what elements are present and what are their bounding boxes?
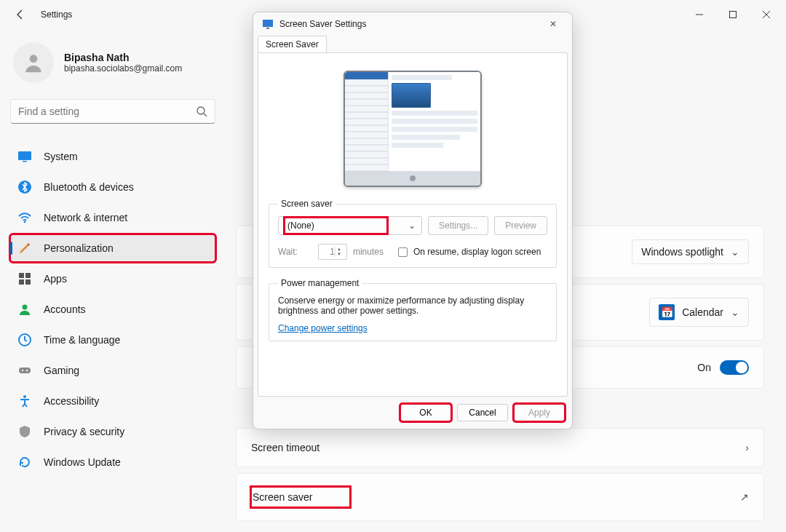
svg-point-15 <box>26 370 28 371</box>
chevron-down-icon: ⌄ <box>731 246 739 258</box>
search-field[interactable] <box>10 99 215 124</box>
screensaver-group: Screen saver (None) ⌄ Settings... Previe… <box>269 199 557 268</box>
cancel-button[interactable]: Cancel <box>457 404 508 421</box>
wait-input[interactable] <box>319 247 335 257</box>
back-button[interactable] <box>10 4 31 25</box>
sidebar-item-label: Privacy & security <box>44 426 124 437</box>
user-email: bipasha.sociolabs@gmail.com <box>64 63 182 74</box>
screensaver-dialog: Screen Saver Settings ✕ Screen Saver Scr… <box>253 12 573 429</box>
sidebar-item-label: Network & internet <box>44 212 127 223</box>
gamepad-icon <box>17 363 32 378</box>
display-icon <box>17 149 32 164</box>
svg-rect-3 <box>18 151 31 160</box>
group-label: Screen saver <box>278 199 336 209</box>
calendar-value: Calendar <box>682 306 723 318</box>
apps-icon <box>17 271 32 286</box>
chevron-down-icon: ⌄ <box>408 221 416 231</box>
wait-spinner[interactable]: ▲▼ <box>318 244 347 260</box>
tab-screensaver[interactable]: Screen Saver <box>258 36 327 52</box>
toggle-state: On <box>697 362 711 373</box>
user-name: Bipasha Nath <box>64 52 182 63</box>
resume-checkbox[interactable] <box>398 247 408 257</box>
preview-button[interactable]: Preview <box>494 216 547 235</box>
calendar-icon: 📅 <box>659 304 675 320</box>
screensaver-value: (None) <box>285 218 387 234</box>
sidebar: Bipasha Nath bipasha.sociolabs@gmail.com… <box>0 29 226 532</box>
group-label: Power management <box>278 278 362 288</box>
dialog-title: Screen Saver Settings <box>279 19 366 29</box>
sidebar-item-label: Windows Update <box>44 456 121 468</box>
screensaver-icon <box>262 18 274 30</box>
search-input[interactable] <box>18 106 196 117</box>
sidebar-item-label: Bluetooth & devices <box>44 181 134 193</box>
sidebar-item-label: Accessibility <box>44 395 99 407</box>
settings-button[interactable]: Settings... <box>428 216 488 235</box>
minimize-button[interactable] <box>683 3 716 26</box>
svg-rect-8 <box>25 273 31 278</box>
resume-label: On resume, display logon screen <box>413 247 541 257</box>
avatar <box>13 42 54 83</box>
chevron-right-icon: › <box>745 442 749 453</box>
power-settings-link[interactable]: Change power settings <box>278 323 368 333</box>
sidebar-item-apps[interactable]: Apps <box>10 265 215 293</box>
search-icon <box>196 106 207 117</box>
dialog-titlebar[interactable]: Screen Saver Settings ✕ <box>253 12 572 36</box>
apply-button[interactable]: Apply <box>514 404 565 421</box>
wait-label: Wait: <box>278 247 298 257</box>
sidebar-item-accessibility[interactable]: Accessibility <box>10 387 215 415</box>
toggle-switch[interactable] <box>720 360 749 375</box>
svg-point-11 <box>23 305 28 310</box>
window-title: Settings <box>41 9 72 20</box>
svg-point-6 <box>24 221 26 223</box>
screen-timeout-row[interactable]: Screen timeout › <box>236 428 764 467</box>
sidebar-item-bluetooth[interactable]: Bluetooth & devices <box>10 173 215 201</box>
screensaver-select[interactable]: (None) ⌄ <box>278 216 422 235</box>
close-button[interactable] <box>750 3 783 26</box>
sidebar-item-system[interactable]: System <box>10 143 215 170</box>
svg-rect-18 <box>266 28 269 29</box>
open-external-icon: ↗ <box>740 491 749 503</box>
svg-point-1 <box>30 55 38 63</box>
power-text: Conserve energy or maximize performance … <box>278 295 547 316</box>
screen-saver-row[interactable]: Screen saver ↗ <box>236 473 764 521</box>
chevron-down-icon: ⌄ <box>731 306 739 318</box>
sidebar-item-accounts[interactable]: Accounts <box>10 295 215 323</box>
sidebar-item-privacy[interactable]: Privacy & security <box>10 418 215 445</box>
wait-unit: minutes <box>353 247 384 257</box>
spin-up-icon[interactable]: ▲ <box>337 247 341 252</box>
paintbrush-icon <box>17 241 32 255</box>
power-group: Power management Conserve energy or maxi… <box>269 278 557 341</box>
clock-icon <box>17 333 32 347</box>
spotlight-dropdown[interactable]: Windows spotlight ⌄ <box>632 239 749 264</box>
sidebar-item-network[interactable]: Network & internet <box>10 204 215 231</box>
account-icon <box>17 302 32 317</box>
update-icon <box>17 455 32 469</box>
svg-point-14 <box>22 370 23 371</box>
sidebar-item-time[interactable]: Time & language <box>10 326 215 354</box>
spotlight-value: Windows spotlight <box>641 246 723 258</box>
sidebar-item-label: System <box>44 151 78 162</box>
wifi-icon <box>17 210 32 225</box>
maximize-button[interactable] <box>716 3 750 26</box>
spin-down-icon[interactable]: ▼ <box>337 252 341 257</box>
calendar-dropdown[interactable]: 📅 Calendar ⌄ <box>649 298 749 327</box>
dialog-close-button[interactable]: ✕ <box>543 19 563 29</box>
ok-button[interactable]: OK <box>400 404 451 421</box>
profile[interactable]: Bipasha Nath bipasha.sociolabs@gmail.com <box>13 42 213 83</box>
svg-rect-9 <box>19 279 24 285</box>
sidebar-item-label: Personalization <box>44 242 114 254</box>
sidebar-item-personalization[interactable]: Personalization <box>10 234 215 262</box>
row-label: Screen saver <box>251 487 350 507</box>
sidebar-item-gaming[interactable]: Gaming <box>10 357 215 384</box>
monitor-preview <box>344 71 482 187</box>
person-icon <box>22 51 45 74</box>
svg-rect-7 <box>19 273 24 278</box>
svg-rect-13 <box>19 368 31 373</box>
sidebar-item-label: Time & language <box>44 334 120 346</box>
svg-rect-10 <box>25 279 31 285</box>
arrow-left-icon <box>15 9 26 20</box>
shield-icon <box>17 424 32 439</box>
svg-point-2 <box>197 107 205 114</box>
sidebar-item-update[interactable]: Windows Update <box>10 448 215 476</box>
bluetooth-icon <box>17 180 32 194</box>
